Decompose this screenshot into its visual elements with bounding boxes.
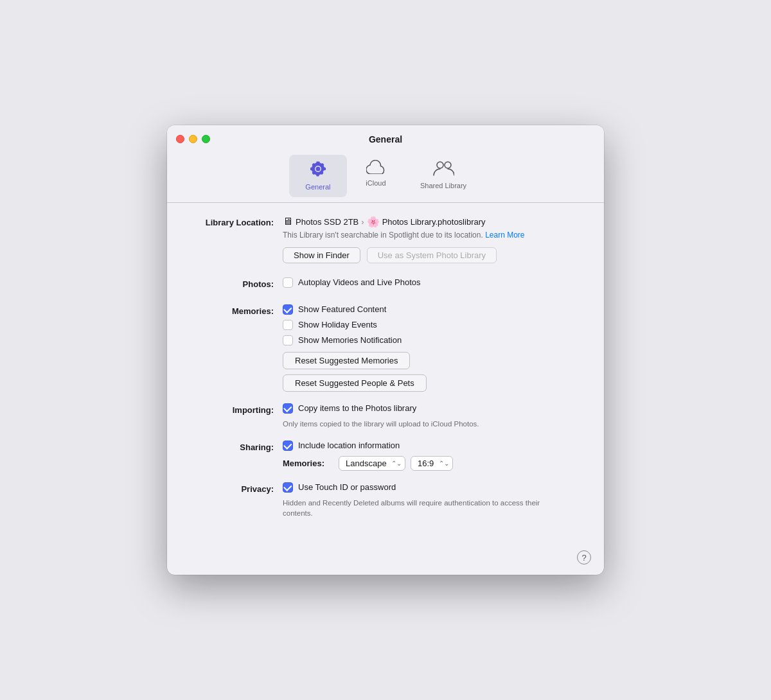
photos-content: Autoplay Videos and Live Photos: [283, 277, 578, 293]
orientation-select-wrapper: Landscape Portrait Square ⌃⌄: [339, 456, 405, 471]
copy-items-row: Copy items to the Photos library: [283, 403, 578, 414]
show-notification-label: Show Memories Notification: [298, 335, 402, 345]
privacy-content: Use Touch ID or password Hidden and Rece…: [283, 482, 578, 518]
privacy-row: Privacy: Use Touch ID or password Hidden…: [193, 482, 578, 518]
learn-more-link[interactable]: Learn More: [485, 231, 524, 240]
copy-items-note: Only items copied to the library will up…: [283, 419, 578, 429]
show-featured-row: Show Featured Content: [283, 304, 578, 315]
show-holiday-row: Show Holiday Events: [283, 320, 578, 330]
library-location-content: 🖥 Photos SSD 2TB › 🌸 Photos Library.phot…: [283, 216, 578, 266]
reset-suggested-people-button[interactable]: Reset Suggested People & Pets: [283, 374, 427, 392]
memories-orientation-group: Memories: Landscape Portrait Square ⌃⌄: [283, 456, 578, 471]
memories-row: Memories: Show Featured Content Show Hol…: [193, 304, 578, 392]
autoplay-row: Autoplay Videos and Live Photos: [283, 277, 578, 288]
library-buttons: Show in Finder Use as System Photo Libra…: [283, 247, 578, 263]
touch-id-row: Use Touch ID or password: [283, 482, 578, 493]
traffic-lights: [176, 135, 210, 143]
memories-label: Memories:: [193, 304, 283, 317]
maximize-button[interactable]: [202, 135, 210, 143]
help-button[interactable]: ?: [577, 550, 591, 564]
reset-suggested-memories-button[interactable]: Reset Suggested Memories: [283, 352, 410, 369]
tab-icloud-label: iCloud: [366, 179, 386, 187]
ratio-select[interactable]: 16:9 4:3 1:1: [411, 456, 453, 471]
show-notification-row: Show Memories Notification: [283, 335, 578, 346]
show-holiday-checkbox[interactable]: [283, 320, 293, 330]
copy-items-checkbox[interactable]: [283, 403, 293, 414]
toolbar: General iCloud: [167, 151, 604, 197]
importing-row: Importing: Copy items to the Photos libr…: [193, 403, 578, 429]
use-as-system-photo-library-button[interactable]: Use as System Photo Library: [367, 247, 497, 263]
orientation-select[interactable]: Landscape Portrait Square: [339, 456, 405, 471]
icloud-icon: [366, 160, 386, 177]
photos-label: Photos:: [193, 277, 283, 290]
main-content: Library Location: 🖥 Photos SSD 2TB › 🌸 P…: [167, 203, 604, 549]
svg-point-1: [445, 162, 451, 168]
show-holiday-label: Show Holiday Events: [298, 320, 377, 329]
include-location-checkbox[interactable]: [283, 441, 293, 451]
shared-library-icon: [432, 160, 454, 179]
photos-row: Photos: Autoplay Videos and Live Photos: [193, 277, 578, 293]
minimize-button[interactable]: [189, 135, 197, 143]
path-arrow: ›: [361, 217, 364, 227]
spotlight-warning: This Library isn't searchable in Spotlig…: [283, 231, 578, 240]
show-featured-label: Show Featured Content: [298, 304, 386, 314]
library-location-label: Library Location:: [193, 216, 283, 229]
touch-id-checkbox[interactable]: [283, 482, 293, 493]
include-location-label: Include location information: [298, 441, 400, 450]
importing-label: Importing:: [193, 403, 283, 416]
gear-icon: [309, 160, 327, 180]
show-in-finder-button[interactable]: Show in Finder: [283, 247, 360, 263]
titlebar: General: [167, 125, 604, 151]
autoplay-checkbox[interactable]: [283, 277, 293, 288]
sharing-row: Sharing: Include location information Me…: [193, 441, 578, 471]
memories-content: Show Featured Content Show Holiday Event…: [283, 304, 578, 392]
include-location-row: Include location information: [283, 441, 578, 451]
tab-icloud[interactable]: iCloud: [347, 155, 405, 197]
footer: ?: [167, 549, 604, 575]
ratio-select-wrapper: 16:9 4:3 1:1 ⌃⌄: [411, 456, 453, 471]
importing-content: Copy items to the Photos library Only it…: [283, 403, 578, 429]
memories-sublabel: Memories:: [283, 459, 331, 468]
privacy-label: Privacy:: [193, 482, 283, 495]
autoplay-label: Autoplay Videos and Live Photos: [298, 277, 421, 287]
touch-id-label: Use Touch ID or password: [298, 482, 396, 492]
sharing-label: Sharing:: [193, 441, 283, 453]
sharing-content: Include location information Memories: L…: [283, 441, 578, 471]
show-notification-checkbox[interactable]: [283, 335, 293, 346]
disk-icon: 🖥: [283, 216, 293, 227]
library-name: Photos Library.photoslibrary: [382, 217, 486, 227]
svg-point-0: [437, 162, 443, 168]
tab-shared-library-label: Shared Library: [420, 182, 466, 189]
disk-name: Photos SSD 2TB: [296, 217, 359, 227]
show-featured-checkbox[interactable]: [283, 304, 293, 315]
library-path: 🖥 Photos SSD 2TB › 🌸 Photos Library.phot…: [283, 216, 578, 228]
touch-id-note: Hidden and Recently Deleted albums will …: [283, 498, 553, 518]
close-button[interactable]: [176, 135, 184, 143]
tab-shared-library[interactable]: Shared Library: [405, 155, 482, 197]
memories-buttons: Reset Suggested Memories Reset Suggested…: [283, 352, 578, 392]
tab-general-label: General: [305, 183, 330, 191]
tab-general[interactable]: General: [289, 155, 347, 197]
copy-items-label: Copy items to the Photos library: [298, 403, 416, 413]
window-title: General: [369, 134, 402, 144]
photos-icon: 🌸: [367, 216, 380, 228]
library-location-row: Library Location: 🖥 Photos SSD 2TB › 🌸 P…: [193, 216, 578, 266]
